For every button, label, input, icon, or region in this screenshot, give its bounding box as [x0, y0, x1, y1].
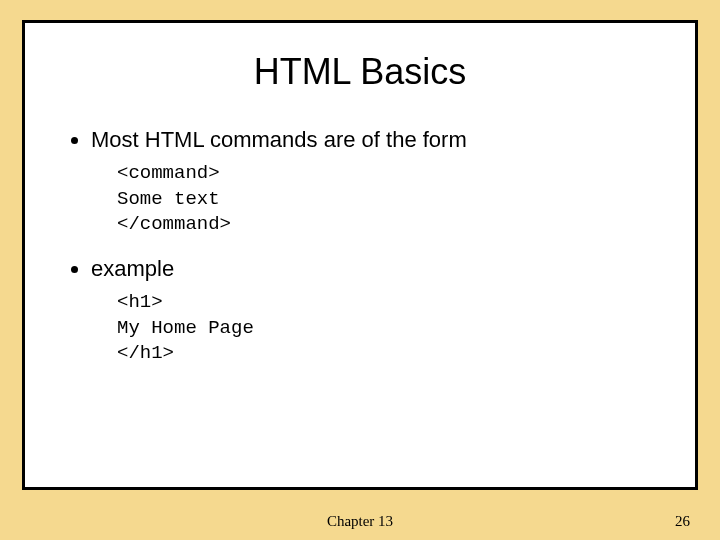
bullet-item: Most HTML commands are of the form <comm…	[91, 127, 655, 238]
footer-chapter: Chapter 13	[0, 513, 720, 530]
footer-page-number: 26	[675, 513, 690, 530]
bullet-text: example	[91, 256, 174, 281]
bullet-item: example <h1> My Home Page </h1>	[91, 256, 655, 367]
bullet-text: Most HTML commands are of the form	[91, 127, 467, 152]
slide-title: HTML Basics	[65, 51, 655, 93]
code-block: <h1> My Home Page </h1>	[117, 290, 655, 367]
slide-frame: HTML Basics Most HTML commands are of th…	[22, 20, 698, 490]
bullet-list: Most HTML commands are of the form <comm…	[65, 127, 655, 367]
code-block: <command> Some text </command>	[117, 161, 655, 238]
